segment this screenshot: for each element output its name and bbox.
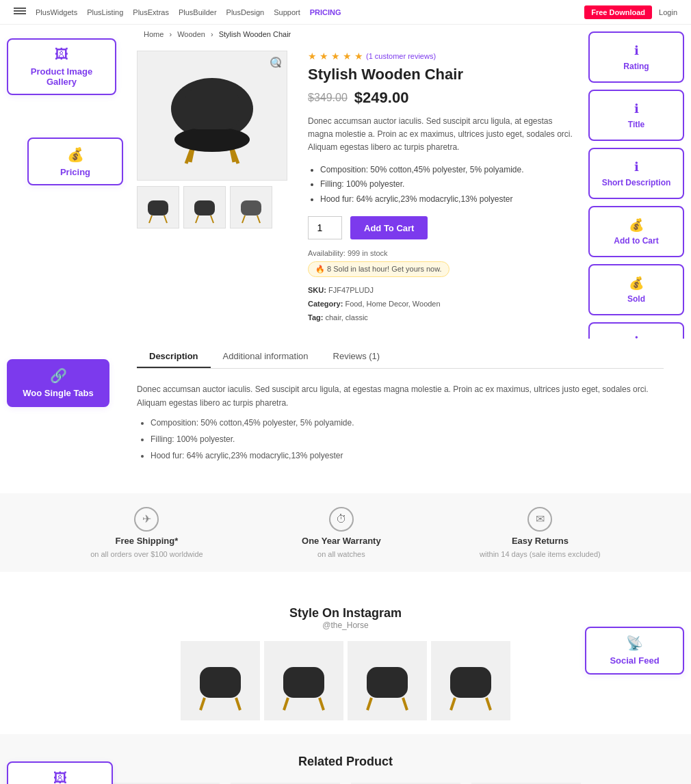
annotation-label-social-feed: Social Feed (610, 655, 659, 666)
svg-line-9 (149, 215, 152, 223)
nav-support[interactable]: Support (274, 8, 300, 16)
svg-line-18 (200, 698, 205, 710)
rating-icon: ℹ (634, 43, 639, 58)
related-segment: 🖼 Related Product Related Product -29% S… (0, 734, 691, 784)
tab-description[interactable]: Description (137, 345, 211, 368)
quantity-input[interactable] (308, 216, 342, 239)
thumbnail-1[interactable] (137, 186, 179, 228)
tab-desc-list: Composition: 50% cotton,45% polyester, 5… (151, 416, 664, 463)
svg-rect-11 (194, 200, 215, 215)
annotation-label-gallery: Product Image Gallery (18, 66, 105, 87)
meta-composition: Composition: 50% cotton,45% polyester, 5… (320, 163, 575, 178)
sold-icon: 💰 (629, 276, 644, 291)
svg-rect-8 (148, 200, 168, 215)
features-bar: ✈ Free Shipping* on all orders over $100… (0, 493, 691, 572)
annotation-label-add-cart: Add to Cart (614, 236, 658, 246)
nav-plus-builder[interactable]: PlusBuilder (179, 8, 217, 16)
nav-plus-design[interactable]: PlusDesign (226, 8, 265, 16)
instagram-item-4[interactable] (431, 641, 510, 720)
product-sku-row: SKU: FJF47PLUDJ Category: Food, Home Dec… (308, 284, 575, 324)
product-section: 🔍 (137, 44, 575, 339)
review-count[interactable]: (1 customer reviews) (366, 52, 436, 60)
shipping-icon: ✈ (134, 507, 159, 532)
svg-rect-14 (241, 200, 261, 215)
nav-plus-listing[interactable]: PlusListing (87, 8, 123, 16)
annotation-related-product: 🖼 Related Product (7, 761, 113, 784)
nav-right: Free Download Login (584, 5, 677, 19)
nav-pricing[interactable]: PRICING (310, 8, 341, 16)
feature-warranty-title: One Year Warranty (302, 536, 381, 546)
tab-additional-info[interactable]: Additional information (211, 345, 321, 368)
sku-value: FJF47PLUDJ (328, 286, 374, 294)
svg-line-10 (164, 215, 167, 223)
svg-line-27 (451, 698, 455, 710)
price-new: $249.00 (354, 89, 409, 107)
zoom-icon[interactable]: 🔍 (270, 57, 281, 68)
tabs-content-area: Description Additional information Revie… (137, 339, 664, 480)
breadcrumb-wooden[interactable]: Wooden (177, 30, 205, 38)
add-to-cart-button[interactable]: Add To Cart (350, 216, 428, 239)
instagram-item-1[interactable] (181, 641, 260, 720)
svg-line-16 (257, 215, 260, 223)
stock-availability: Availability: 999 in stock (308, 249, 575, 257)
warranty-icon: ⏱ (329, 507, 354, 532)
instagram-item-2[interactable] (264, 641, 343, 720)
product-chair-image (157, 61, 267, 170)
annotation-rating: ℹ Rating (588, 31, 684, 83)
star-3: ★ (331, 51, 340, 62)
tab-content-description: Donec accumsan auctor iaculis. Sed susci… (137, 382, 664, 463)
svg-line-21 (284, 698, 288, 710)
title-icon: ℹ (634, 101, 639, 116)
feature-shipping: ✈ Free Shipping* on all orders over $100… (90, 507, 203, 558)
woo-tabs-icon: 🔗 (50, 367, 67, 384)
breadcrumb-home[interactable]: Home (144, 30, 164, 38)
svg-rect-26 (450, 667, 491, 698)
annotation-title: ℹ Title (588, 90, 684, 141)
svg-rect-7 (185, 88, 239, 129)
svg-line-15 (242, 215, 245, 223)
nav-plus-extras[interactable]: PlusExtras (133, 8, 169, 16)
svg-line-28 (486, 698, 491, 710)
annotation-social-feed: 📡 Social Feed (585, 627, 684, 675)
product-images-container: 🔍 (137, 51, 287, 325)
annotation-product-image-gallery: 🖼 Product Image Gallery (7, 38, 116, 95)
star-2: ★ (320, 51, 328, 62)
thumbnail-2[interactable] (183, 186, 226, 228)
nav-plus-widgets[interactable]: PlusWidgets (36, 8, 77, 16)
tab-reviews[interactable]: Reviews (1) (321, 345, 393, 368)
annotation-label-sold: Sold (627, 294, 645, 304)
svg-point-6 (174, 127, 250, 152)
thumbnail-3[interactable] (230, 186, 272, 228)
instagram-handle: @the_Horse (27, 620, 664, 630)
product-price: $349.00 $249.00 (308, 89, 575, 107)
annotation-sold: 💰 Sold (588, 264, 684, 315)
product-rating: ★ ★ ★ ★ ★ (1 customer reviews) (308, 51, 575, 62)
svg-line-12 (196, 215, 198, 223)
free-download-button[interactable]: Free Download (584, 5, 652, 19)
annotation-label-short-desc: Short Description (602, 178, 671, 187)
svg-line-25 (403, 698, 407, 710)
instagram-item-3[interactable] (348, 641, 427, 720)
feature-warranty-sub: on all watches (317, 550, 365, 558)
product-title: Stylish Wooden Chair (308, 66, 575, 83)
feature-returns: ✉ Easy Returns within 14 days (sale item… (480, 507, 601, 558)
hamburger-icon[interactable] (14, 8, 26, 17)
social-feed-icon: 📡 (626, 635, 643, 651)
instagram-grid (27, 641, 664, 720)
meta-filling: Filling: 100% polyester. (320, 177, 575, 192)
right-annotation-panel: ℹ Rating ℹ Title ℹ Short Description 💰 A… (582, 25, 691, 380)
feature-returns-title: Easy Returns (512, 536, 569, 546)
tag-value: chair, classic (325, 313, 367, 322)
tag-label: Tag: (308, 313, 323, 322)
feature-returns-sub: within 14 days (sale items excluded) (480, 550, 601, 558)
annotation-pricing: 💰 Pricing (27, 138, 123, 185)
related-title: Related Product (27, 755, 664, 769)
breadcrumb-current: Stylish Wooden Chair (219, 30, 291, 38)
nav-login[interactable]: Login (659, 8, 677, 16)
navbar: PlusWidgets PlusListing PlusExtras PlusB… (0, 0, 691, 25)
svg-line-19 (236, 698, 240, 710)
product-meta-list: Composition: 50% cotton,45% polyester, 5… (308, 163, 575, 207)
tab-bullet-1: Filling: 100% polyester. (151, 432, 664, 446)
star-4: ★ (343, 51, 352, 62)
instagram-title: Style On Instagram (27, 606, 664, 620)
